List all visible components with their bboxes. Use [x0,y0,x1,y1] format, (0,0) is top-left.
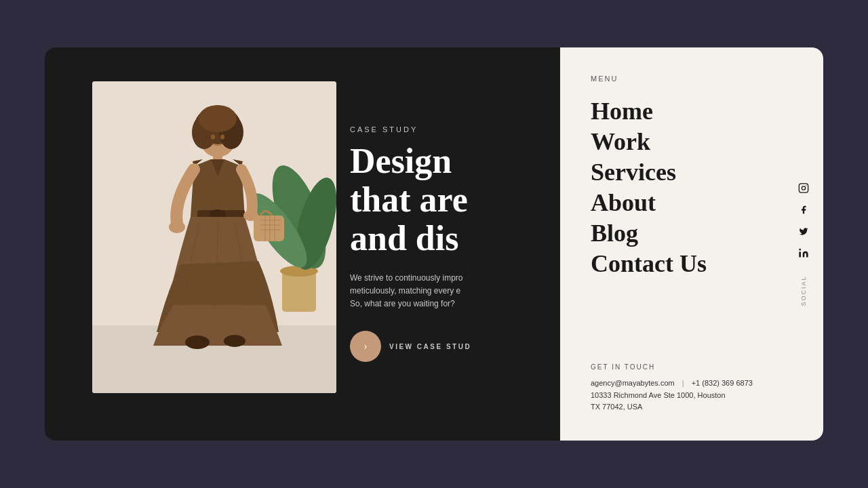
facebook-icon[interactable] [797,203,810,216]
svg-rect-2 [282,271,316,312]
svg-point-17 [169,221,185,233]
nav-item-blog[interactable]: Blog [591,218,789,249]
hero-line2: that are [350,180,468,219]
cta-text: VIEW CASE STUD [389,343,471,350]
cta-button[interactable]: › VIEW CASE STUD [350,331,560,362]
nav-item-about[interactable]: About [591,188,789,218]
nav-item-services[interactable]: Services [591,157,789,188]
svg-point-11 [199,105,237,132]
desc-line2: meticulously, matching every e [350,286,460,296]
svg-point-13 [220,135,224,140]
svg-point-27 [224,335,245,347]
hero-line1: Design [350,142,452,180]
address-line1: 10333 Richmond Ave Ste 1000, Houston [591,390,789,402]
cta-circle[interactable]: › [350,331,381,362]
left-panel: CASE STUDY Design that are and dis We st… [45,47,560,441]
fashion-image [92,81,336,393]
svg-point-32 [799,249,801,251]
svg-rect-28 [799,184,808,192]
menu-label: MENU [591,75,789,83]
instagram-icon[interactable] [797,182,810,194]
svg-rect-19 [254,216,284,241]
nav-list: Home Work Services About Blog Contact Us [591,96,789,357]
email: agency@mayabytes.com [591,379,675,387]
linkedin-icon[interactable] [797,247,810,259]
divider: | [682,379,684,387]
nav-item-work[interactable]: Work [591,127,789,157]
svg-point-30 [806,185,806,186]
svg-point-29 [802,186,805,190]
desc-line1: We strive to continuously impro [350,273,463,283]
social-column: SOCIAL [797,182,810,306]
social-label: SOCIAL [800,275,807,306]
get-in-touch-section: GET IN TOUCH agency@mayabytes.com | +1 (… [591,363,789,413]
hero-heading: Design that are and dis [350,142,560,258]
get-in-touch-label: GET IN TOUCH [591,363,789,371]
svg-rect-31 [799,251,801,257]
case-study-label: CASE STUDY [350,125,560,134]
address-line2: TX 77042, USA [591,401,789,413]
nav-item-contact[interactable]: Contact Us [591,249,789,279]
phone: +1 (832) 369 6873 [692,379,753,387]
contact-email-phone: agency@mayabytes.com | +1 (832) 369 6873 [591,378,789,390]
right-panel: MENU Home Work Services About Blog Conta… [560,47,823,441]
hero-description: We strive to continuously impro meticulo… [350,272,553,311]
svg-point-12 [211,135,215,140]
main-card: CASE STUDY Design that are and dis We st… [45,47,823,441]
svg-point-26 [185,336,210,349]
twitter-icon[interactable] [797,225,810,237]
left-content: CASE STUDY Design that are and dis We st… [350,125,560,362]
hero-line3: and dis [350,219,458,258]
nav-item-home[interactable]: Home [591,96,789,127]
desc-line3: So, what are you waiting for? [350,299,455,308]
